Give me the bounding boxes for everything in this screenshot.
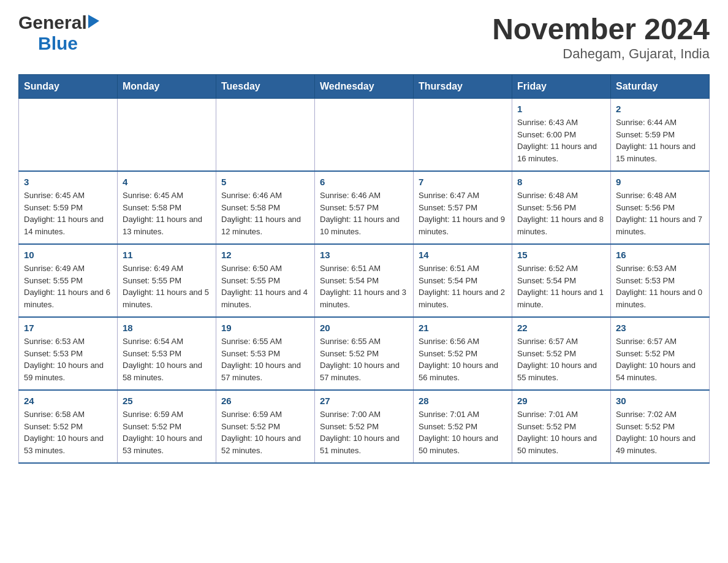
day-number: 11 xyxy=(123,250,211,260)
calendar-cell: 9Sunrise: 6:48 AM Sunset: 5:56 PM Daylig… xyxy=(611,171,710,244)
calendar-cell: 24Sunrise: 6:58 AM Sunset: 5:52 PM Dayli… xyxy=(19,390,118,463)
day-number: 6 xyxy=(320,177,408,187)
day-number: 21 xyxy=(419,323,507,333)
day-number: 2 xyxy=(616,104,704,114)
day-number: 22 xyxy=(517,323,605,333)
day-number: 1 xyxy=(517,104,605,114)
page-subtitle: Dahegam, Gujarat, India xyxy=(492,46,710,62)
day-info: Sunrise: 6:45 AM Sunset: 5:58 PM Dayligh… xyxy=(123,190,211,237)
day-number: 15 xyxy=(517,250,605,260)
day-number: 27 xyxy=(320,396,408,406)
day-info: Sunrise: 6:53 AM Sunset: 5:53 PM Dayligh… xyxy=(24,335,112,383)
day-number: 19 xyxy=(221,323,309,333)
day-number: 28 xyxy=(419,396,507,406)
calendar-cell xyxy=(118,99,216,172)
day-info: Sunrise: 6:55 AM Sunset: 5:52 PM Dayligh… xyxy=(320,335,408,383)
logo: General Blue xyxy=(18,12,99,54)
calendar-cell: 20Sunrise: 6:55 AM Sunset: 5:52 PM Dayli… xyxy=(315,317,414,390)
day-number: 16 xyxy=(616,250,704,260)
page-header: General Blue November 2024 Dahegam, Guja… xyxy=(18,12,710,62)
calendar-cell: 19Sunrise: 6:55 AM Sunset: 5:53 PM Dayli… xyxy=(216,317,315,390)
calendar-week-4: 17Sunrise: 6:53 AM Sunset: 5:53 PM Dayli… xyxy=(19,317,710,390)
day-number: 24 xyxy=(24,396,112,406)
day-info: Sunrise: 6:43 AM Sunset: 6:00 PM Dayligh… xyxy=(517,117,605,164)
day-info: Sunrise: 6:57 AM Sunset: 5:52 PM Dayligh… xyxy=(616,335,704,383)
day-number: 5 xyxy=(221,177,309,187)
calendar-cell: 28Sunrise: 7:01 AM Sunset: 5:52 PM Dayli… xyxy=(414,390,512,463)
calendar-cell: 12Sunrise: 6:50 AM Sunset: 5:55 PM Dayli… xyxy=(216,244,315,317)
calendar-cell: 14Sunrise: 6:51 AM Sunset: 5:54 PM Dayli… xyxy=(414,244,512,317)
weekday-header-wednesday: Wednesday xyxy=(315,75,414,99)
day-number: 4 xyxy=(123,177,211,187)
day-number: 12 xyxy=(221,250,309,260)
day-info: Sunrise: 6:46 AM Sunset: 5:57 PM Dayligh… xyxy=(320,190,408,237)
calendar-cell: 8Sunrise: 6:48 AM Sunset: 5:56 PM Daylig… xyxy=(512,171,611,244)
calendar-cell: 6Sunrise: 6:46 AM Sunset: 5:57 PM Daylig… xyxy=(315,171,414,244)
svg-marker-0 xyxy=(88,15,99,28)
weekday-header-monday: Monday xyxy=(118,75,216,99)
day-info: Sunrise: 6:49 AM Sunset: 5:55 PM Dayligh… xyxy=(123,262,211,310)
calendar-week-5: 24Sunrise: 6:58 AM Sunset: 5:52 PM Dayli… xyxy=(19,390,710,463)
day-info: Sunrise: 6:48 AM Sunset: 5:56 PM Dayligh… xyxy=(517,190,605,237)
weekday-header-saturday: Saturday xyxy=(611,75,710,99)
calendar-cell: 16Sunrise: 6:53 AM Sunset: 5:53 PM Dayli… xyxy=(611,244,710,317)
day-info: Sunrise: 6:46 AM Sunset: 5:58 PM Dayligh… xyxy=(221,190,309,237)
day-number: 7 xyxy=(419,177,507,187)
calendar-week-1: 1Sunrise: 6:43 AM Sunset: 6:00 PM Daylig… xyxy=(19,99,710,172)
day-number: 25 xyxy=(123,396,211,406)
calendar-cell: 5Sunrise: 6:46 AM Sunset: 5:58 PM Daylig… xyxy=(216,171,315,244)
calendar-cell xyxy=(414,99,512,172)
calendar-cell: 23Sunrise: 6:57 AM Sunset: 5:52 PM Dayli… xyxy=(611,317,710,390)
weekday-header-sunday: Sunday xyxy=(19,75,118,99)
calendar-cell: 30Sunrise: 7:02 AM Sunset: 5:52 PM Dayli… xyxy=(611,390,710,463)
weekday-header-thursday: Thursday xyxy=(414,75,512,99)
day-number: 14 xyxy=(419,250,507,260)
day-info: Sunrise: 6:54 AM Sunset: 5:53 PM Dayligh… xyxy=(123,335,211,383)
weekday-header-tuesday: Tuesday xyxy=(216,75,315,99)
calendar-cell: 11Sunrise: 6:49 AM Sunset: 5:55 PM Dayli… xyxy=(118,244,216,317)
day-info: Sunrise: 6:59 AM Sunset: 5:52 PM Dayligh… xyxy=(221,408,309,456)
day-info: Sunrise: 7:01 AM Sunset: 5:52 PM Dayligh… xyxy=(419,408,507,456)
calendar-cell: 27Sunrise: 7:00 AM Sunset: 5:52 PM Dayli… xyxy=(315,390,414,463)
calendar-cell xyxy=(19,99,118,172)
logo-blue-text: Blue xyxy=(38,33,78,53)
calendar-cell: 7Sunrise: 6:47 AM Sunset: 5:57 PM Daylig… xyxy=(414,171,512,244)
day-info: Sunrise: 6:45 AM Sunset: 5:59 PM Dayligh… xyxy=(24,190,112,237)
day-number: 18 xyxy=(123,323,211,333)
day-info: Sunrise: 6:59 AM Sunset: 5:52 PM Dayligh… xyxy=(123,408,211,456)
day-number: 3 xyxy=(24,177,112,187)
weekday-header-friday: Friday xyxy=(512,75,611,99)
day-info: Sunrise: 7:02 AM Sunset: 5:52 PM Dayligh… xyxy=(616,408,704,456)
day-info: Sunrise: 6:52 AM Sunset: 5:54 PM Dayligh… xyxy=(517,262,605,310)
day-number: 23 xyxy=(616,323,704,333)
day-number: 9 xyxy=(616,177,704,187)
title-block: November 2024 Dahegam, Gujarat, India xyxy=(492,12,710,62)
day-number: 20 xyxy=(320,323,408,333)
calendar-cell: 29Sunrise: 7:01 AM Sunset: 5:52 PM Dayli… xyxy=(512,390,611,463)
calendar-cell: 4Sunrise: 6:45 AM Sunset: 5:58 PM Daylig… xyxy=(118,171,216,244)
day-info: Sunrise: 6:51 AM Sunset: 5:54 PM Dayligh… xyxy=(419,262,507,310)
calendar-week-3: 10Sunrise: 6:49 AM Sunset: 5:55 PM Dayli… xyxy=(19,244,710,317)
day-number: 30 xyxy=(616,396,704,406)
calendar-cell xyxy=(216,99,315,172)
day-info: Sunrise: 6:48 AM Sunset: 5:56 PM Dayligh… xyxy=(616,190,704,237)
calendar-cell: 17Sunrise: 6:53 AM Sunset: 5:53 PM Dayli… xyxy=(19,317,118,390)
day-info: Sunrise: 7:00 AM Sunset: 5:52 PM Dayligh… xyxy=(320,408,408,456)
day-number: 8 xyxy=(517,177,605,187)
calendar-cell: 3Sunrise: 6:45 AM Sunset: 5:59 PM Daylig… xyxy=(19,171,118,244)
day-info: Sunrise: 7:01 AM Sunset: 5:52 PM Dayligh… xyxy=(517,408,605,456)
day-number: 10 xyxy=(24,250,112,260)
day-number: 26 xyxy=(221,396,309,406)
day-info: Sunrise: 6:49 AM Sunset: 5:55 PM Dayligh… xyxy=(24,262,112,310)
calendar-cell: 22Sunrise: 6:57 AM Sunset: 5:52 PM Dayli… xyxy=(512,317,611,390)
calendar-table: SundayMondayTuesdayWednesdayThursdayFrid… xyxy=(18,74,710,464)
page-title: November 2024 xyxy=(492,12,710,46)
day-info: Sunrise: 6:47 AM Sunset: 5:57 PM Dayligh… xyxy=(419,190,507,237)
calendar-header-row: SundayMondayTuesdayWednesdayThursdayFrid… xyxy=(19,75,710,99)
calendar-cell: 1Sunrise: 6:43 AM Sunset: 6:00 PM Daylig… xyxy=(512,99,611,172)
calendar-week-2: 3Sunrise: 6:45 AM Sunset: 5:59 PM Daylig… xyxy=(19,171,710,244)
day-info: Sunrise: 6:57 AM Sunset: 5:52 PM Dayligh… xyxy=(517,335,605,383)
day-info: Sunrise: 6:51 AM Sunset: 5:54 PM Dayligh… xyxy=(320,262,408,310)
calendar-cell xyxy=(315,99,414,172)
day-info: Sunrise: 6:55 AM Sunset: 5:53 PM Dayligh… xyxy=(221,335,309,383)
